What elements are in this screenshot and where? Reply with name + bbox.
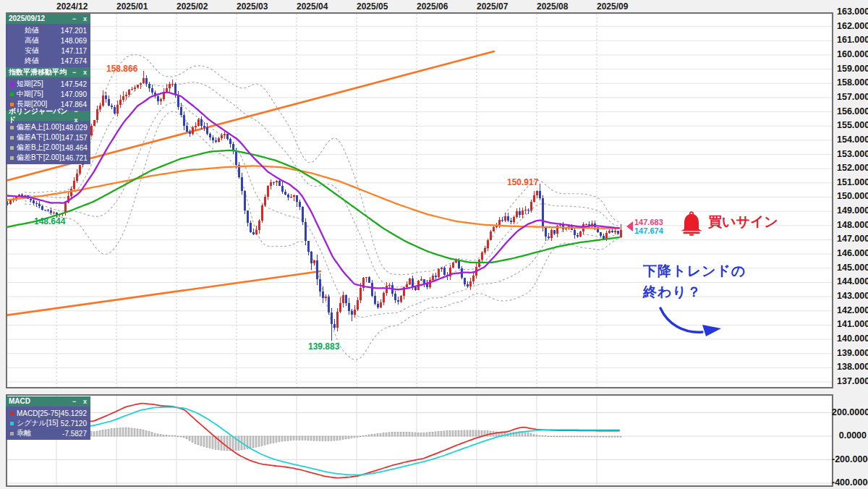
legend-value: 148.069 <box>61 37 87 45</box>
series-color-dot <box>10 93 14 96</box>
macd-histogram-bar <box>186 436 187 439</box>
macd-histogram-bar <box>267 436 268 444</box>
time-axis-label: 2025/09 <box>597 1 628 12</box>
macd-histogram-bar <box>171 435 173 436</box>
macd-histogram-bar <box>160 435 161 436</box>
macd-histogram-bar <box>579 436 581 437</box>
macd-histogram-bar <box>585 436 587 437</box>
macd-histogram-bar <box>449 431 451 436</box>
macd-histogram-bar <box>119 428 121 436</box>
legend-value: 147.542 <box>61 80 87 88</box>
macd-histogram-bar <box>195 436 196 444</box>
macd-histogram-bar <box>548 436 549 437</box>
macd-axis-label: 0.0000 <box>832 430 867 441</box>
macd-histogram-bar <box>545 435 546 436</box>
price-axis-label: 144.000 <box>837 276 868 286</box>
legend-row: 始値147.201 <box>6 25 90 35</box>
legend-row: 偏差B下[2.00]146.721 <box>6 153 90 163</box>
macd-histogram-bar <box>270 436 271 443</box>
macd-histogram-bar <box>209 436 210 448</box>
macd-histogram-bar <box>362 435 364 436</box>
macd-histogram-bar <box>131 428 132 436</box>
close-button[interactable]: x <box>83 398 87 405</box>
macd-histogram-bar <box>550 436 552 437</box>
macd-histogram-bar <box>553 436 555 437</box>
price-chart-canvas[interactable] <box>0 0 868 489</box>
macd-axis-label: 200.0000 <box>832 407 867 417</box>
macd-histogram-bar <box>284 436 286 441</box>
macd-histogram-bar <box>452 430 454 436</box>
macd-histogram-bar <box>429 433 430 436</box>
legend-label: 終値 <box>25 56 39 66</box>
macd-histogram-bar <box>357 436 358 437</box>
legend-value: 146.721 <box>61 154 88 162</box>
minimize-button[interactable]: − <box>72 15 76 22</box>
macd-histogram-bar <box>203 436 205 446</box>
legend-label: シグナル[15] <box>17 418 59 428</box>
macd-histogram-bar <box>316 436 318 441</box>
macd-histogram-bar <box>325 436 326 441</box>
minimize-button[interactable]: − <box>72 69 76 76</box>
time-axis-label: 2025/06 <box>417 1 448 12</box>
macd-histogram-bar <box>611 436 613 437</box>
macd-histogram-bar <box>206 436 208 448</box>
macd-histogram-bar <box>539 435 540 436</box>
series-color-dot <box>10 136 14 140</box>
legend-label: 乖離 <box>17 428 31 438</box>
macd-histogram-bar <box>238 436 239 451</box>
macd-histogram-bar <box>255 436 257 447</box>
macd-histogram-bar <box>244 436 245 449</box>
macd-histogram-bar <box>134 428 135 436</box>
series-color-dot <box>10 126 14 129</box>
macd-histogram-bar <box>597 436 598 437</box>
macd-histogram-bar <box>125 428 127 436</box>
price-axis-label: 160.000 <box>837 49 868 59</box>
macd-histogram-bar <box>432 432 433 436</box>
legend-value: -7.5827 <box>62 430 87 438</box>
minimize-button[interactable]: − <box>74 108 77 115</box>
series-color-dot <box>10 412 14 415</box>
macd-histogram-bar <box>174 435 176 436</box>
time-axis-label: 2025/01 <box>116 1 148 12</box>
macd-histogram-bar <box>151 433 153 436</box>
ema-info-panel: 指数平滑移動平均 − x 短期[25]147.542中期[75]147.090長… <box>6 67 90 111</box>
close-button[interactable]: x <box>83 15 87 22</box>
macd-histogram-bar <box>403 433 404 436</box>
bollinger-info-panel: ボリンジャーバンド − x 偏差A上[1.00]148.029偏差A下[1.00… <box>6 111 90 164</box>
series-color-dot <box>10 156 14 160</box>
close-button[interactable]: x <box>74 116 77 124</box>
price-axis-label: 139.000 <box>837 348 868 358</box>
macd-axis-label: -400.0000 <box>832 477 867 488</box>
time-axis-label: 2025/05 <box>357 1 388 12</box>
macd-histogram-bar <box>336 436 338 441</box>
panel-title-date: 2025/09/12 <box>9 14 45 23</box>
macd-histogram-bar <box>565 436 566 437</box>
macd-histogram-bar <box>345 436 346 439</box>
macd-histogram-bar <box>232 436 234 451</box>
close-button[interactable]: x <box>83 69 87 76</box>
price-axis-label: 163.000 <box>837 7 868 17</box>
macd-histogram-bar <box>226 436 228 451</box>
macd-histogram-bar <box>287 436 289 441</box>
macd-histogram-bar <box>472 430 474 436</box>
minimize-button[interactable]: − <box>72 398 76 405</box>
macd-histogram-bar <box>568 436 569 437</box>
macd-histogram-bar <box>603 436 604 437</box>
macd-histogram-bar <box>365 435 367 436</box>
macd-histogram-bar <box>386 433 387 436</box>
price-axis-label: 156.000 <box>837 106 868 116</box>
legend-label: 偏差A上[1.00] <box>17 122 61 132</box>
macd-histogram-bar <box>122 428 124 436</box>
macd-histogram-bar <box>102 430 103 436</box>
panel-title-macd: MACD <box>9 397 30 406</box>
macd-histogram-bar <box>108 429 109 436</box>
macd-histogram-bar <box>605 436 607 437</box>
legend-value: 147.674 <box>61 57 87 65</box>
macd-histogram-bar <box>371 435 373 436</box>
macd-histogram-bar <box>368 435 370 436</box>
macd-histogram-bar <box>391 433 393 436</box>
macd-histogram-bar <box>562 436 563 437</box>
macd-histogram-bar <box>617 436 618 437</box>
macd-histogram-bar <box>414 433 416 436</box>
macd-histogram-bar <box>99 430 101 436</box>
